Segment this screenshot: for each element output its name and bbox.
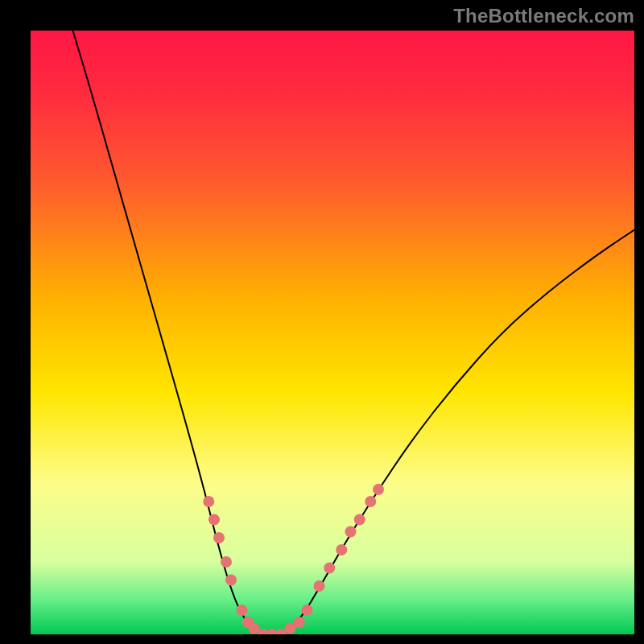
chart-svg <box>0 0 644 644</box>
highlight-dot <box>225 575 237 586</box>
highlight-dot <box>354 514 365 526</box>
highlight-dot <box>336 544 347 555</box>
highlight-dot <box>345 526 357 538</box>
highlight-dot <box>302 605 313 616</box>
watermark-text: TheBottleneck.com <box>453 5 634 27</box>
highlight-dot <box>294 617 305 628</box>
chart-stage: TheBottleneck.com <box>0 0 644 644</box>
highlight-dot <box>314 580 325 592</box>
highlight-dot <box>213 532 225 543</box>
highlight-dot <box>324 563 335 574</box>
highlight-dot <box>365 496 376 507</box>
highlight-dot <box>373 484 384 495</box>
plot-background <box>31 31 634 634</box>
highlight-dot <box>221 556 232 568</box>
highlight-dot <box>237 605 248 616</box>
highlight-dot <box>203 496 214 507</box>
highlight-dot <box>208 514 220 526</box>
